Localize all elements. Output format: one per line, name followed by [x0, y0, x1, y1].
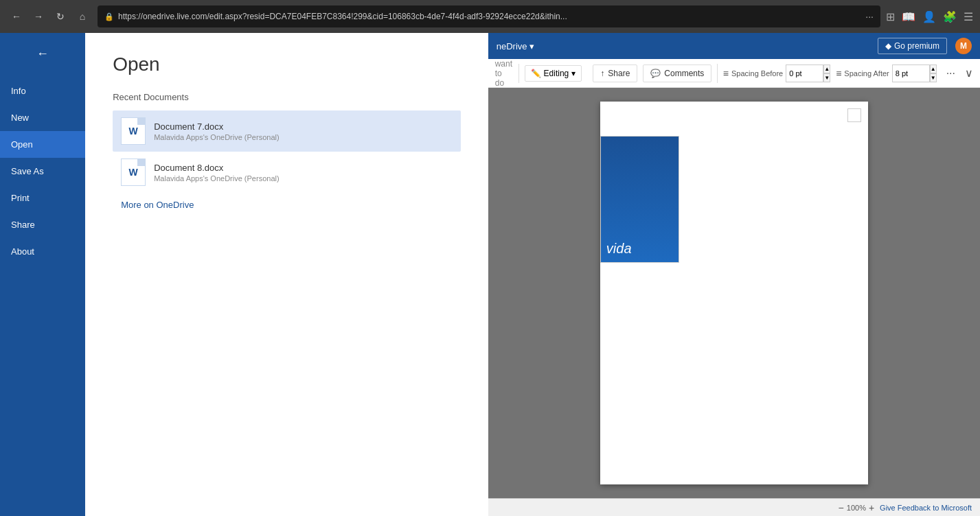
sidebar: ← Info New Open Save As Print Share Abou…: [0, 33, 85, 516]
document-canvas: vida: [488, 88, 980, 498]
doc-icon-doc8: W: [121, 159, 146, 186]
document-checkbox: [847, 108, 861, 122]
sidebar-item-about[interactable]: About: [0, 238, 85, 265]
editor-area: neDrive ▾ ◆ Go premium M want to do ✏️ E…: [488, 33, 980, 516]
document-item-doc7[interactable]: W Document 7.docx Malavida Apps's OneDri…: [113, 110, 461, 152]
panel-title: Open: [113, 54, 461, 75]
doc-name: Document 7.docx: [154, 121, 453, 132]
tell-me-section: want to do: [495, 59, 513, 88]
zoom-in-button[interactable]: +: [869, 502, 874, 513]
sidebar-item-label: About: [11, 246, 34, 257]
status-bar: − 100% + Give Feedback to Microsoft: [488, 498, 980, 516]
browser-right-icons: ⊞ 📖 👤 🧩 ☰: [886, 10, 973, 23]
spacing-before-input[interactable]: 0 pt: [786, 64, 823, 82]
document-item-doc8[interactable]: W Document 8.docx Malavida Apps's OneDri…: [113, 152, 461, 193]
sidebar-item-open[interactable]: Open: [0, 131, 85, 158]
doc-location: Malavida Apps's OneDrive (Personal): [154, 174, 453, 183]
spacing-before-icon: ≡: [723, 68, 729, 79]
comments-label: Comments: [664, 69, 704, 78]
doc-icon-doc7: W: [121, 117, 146, 145]
browser-nav-buttons: ← → ↻ ⌂: [7, 7, 92, 26]
spacing-after-label: Spacing After: [844, 69, 889, 78]
toolbar-expand-button[interactable]: ∨: [965, 67, 973, 80]
tell-me-label: want to do: [495, 59, 513, 88]
recent-docs-label: Recent Documents: [113, 92, 461, 102]
doc-name: Document 8.docx: [154, 163, 453, 173]
sidebar-item-label: Save As: [11, 166, 44, 176]
document-page: vida: [600, 102, 868, 484]
reader-icon[interactable]: 📖: [902, 10, 915, 23]
document-image: vida: [600, 136, 679, 263]
editing-button[interactable]: ✏️ Editing ▾: [525, 65, 582, 82]
more-onedrive-link[interactable]: More on OneDrive: [113, 193, 202, 217]
spacing-before-down[interactable]: ▼: [823, 73, 830, 82]
sidebar-item-label: New: [11, 113, 29, 123]
comments-button[interactable]: 💬 Comments: [643, 64, 711, 82]
spacing-after-input[interactable]: 8 pt: [892, 64, 930, 82]
sidebar-back-button[interactable]: ←: [29, 40, 56, 67]
extensions-icon[interactable]: 🧩: [943, 10, 957, 23]
menu-icon[interactable]: ☰: [964, 10, 973, 23]
doc-icon-letter: W: [129, 126, 138, 137]
sidebar-item-label: Share: [11, 220, 35, 230]
share-label: Share: [608, 69, 630, 78]
doc-info-doc7: Document 7.docx Malavida Apps's OneDrive…: [154, 121, 453, 141]
sidebar-item-print[interactable]: Print: [0, 185, 85, 211]
spacing-before-arrows: ▲ ▼: [823, 64, 830, 82]
browser-forward-button[interactable]: →: [29, 7, 48, 26]
sidebar-item-info[interactable]: Info: [0, 78, 85, 104]
doc-info-doc8: Document 8.docx Malavida Apps's OneDrive…: [154, 163, 453, 183]
sidebar-item-share[interactable]: Share: [0, 211, 85, 238]
editing-label: Editing: [544, 69, 569, 78]
doc-icon-letter: W: [129, 167, 138, 178]
zoom-level: 100%: [847, 504, 866, 512]
share-button[interactable]: ↑ Share: [593, 64, 637, 82]
onedrive-label[interactable]: neDrive ▾: [497, 41, 534, 51]
share-icon: ↑: [600, 69, 604, 78]
sidebar-item-new[interactable]: New: [0, 104, 85, 131]
pencil-icon: ✏️: [531, 69, 541, 78]
sidebar-item-label: Print: [11, 193, 30, 203]
go-premium-button[interactable]: ◆ Go premium: [878, 38, 947, 54]
document-image-text: vida: [606, 241, 632, 257]
spacing-before-section: ≡ Spacing Before 0 pt ▲ ▼: [723, 64, 830, 82]
feedback-link[interactable]: Give Feedback to Microsoft: [880, 504, 972, 512]
zoom-out-button[interactable]: −: [839, 502, 844, 513]
word-toolbar: want to do ✏️ Editing ▾ ↑ Share 💬 Commen…: [488, 59, 980, 88]
spacing-before-value: 0 pt: [789, 69, 801, 78]
sidebar-item-save-as[interactable]: Save As: [0, 158, 85, 185]
browser-refresh-button[interactable]: ↻: [51, 7, 70, 26]
more-icon: ···: [865, 11, 874, 22]
profile-icon[interactable]: 👤: [922, 10, 936, 23]
spacing-before-label: Spacing Before: [731, 69, 783, 78]
editing-dropdown-icon: ▾: [571, 69, 576, 78]
browser-address-bar[interactable]: 🔒 https://onedrive.live.com/edit.aspx?re…: [98, 5, 880, 27]
security-icon: 🔒: [104, 12, 114, 21]
sidebar-item-label: Open: [11, 139, 33, 150]
browser-url: https://onedrive.live.com/edit.aspx?resi…: [118, 12, 861, 21]
diamond-icon: ◆: [885, 41, 891, 51]
zoom-controls: − 100% +: [839, 502, 875, 513]
spacing-after-value: 8 pt: [896, 69, 908, 78]
browser-home-button[interactable]: ⌂: [73, 7, 92, 26]
browser-chrome: ← → ↻ ⌂ 🔒 https://onedrive.live.com/edit…: [0, 0, 980, 33]
main-layout: ← Info New Open Save As Print Share Abou…: [0, 33, 980, 516]
browser-back-button[interactable]: ←: [7, 7, 26, 26]
comment-icon: 💬: [650, 69, 661, 78]
spacing-after-icon: ≡: [836, 68, 841, 79]
spacing-after-arrows: ▲ ▼: [930, 64, 937, 82]
spacing-after-up[interactable]: ▲: [930, 64, 937, 73]
library-icon[interactable]: ⊞: [886, 10, 895, 23]
doc-location: Malavida Apps's OneDrive (Personal): [154, 133, 453, 141]
spacing-after-section: ≡ Spacing After 8 pt ▲ ▼: [836, 64, 937, 82]
word-header: neDrive ▾ ◆ Go premium M: [488, 33, 980, 59]
open-panel: Open Recent Documents W Document 7.docx …: [85, 33, 488, 516]
spacing-after-down[interactable]: ▼: [930, 73, 937, 82]
go-premium-label: Go premium: [894, 41, 939, 51]
sidebar-item-label: Info: [11, 86, 26, 96]
spacing-before-up[interactable]: ▲: [823, 64, 830, 73]
more-options-button[interactable]: ···: [942, 66, 959, 81]
browser-profile-icon[interactable]: M: [955, 38, 972, 54]
